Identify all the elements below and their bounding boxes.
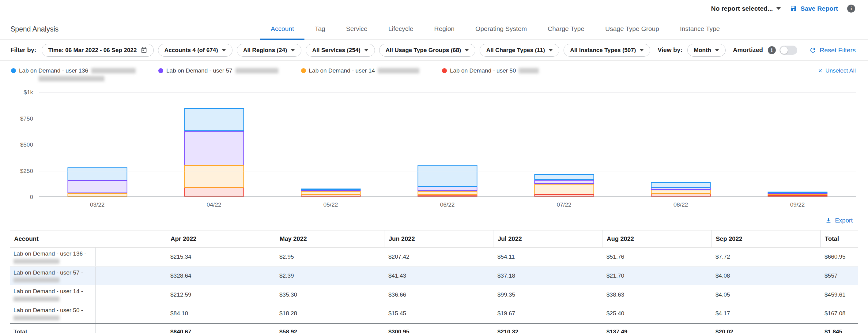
bar-segment-lab-on-demand-user-50[interactable]	[768, 195, 827, 197]
filter-pill-time[interactable]: Time: 06 Mar 2022 - 06 Sep 2022	[42, 44, 153, 57]
bar-group-08-22[interactable]	[622, 93, 739, 197]
legend-label: Lab on Demand - user 136	[19, 67, 88, 74]
page-title: Spend Analysis	[10, 25, 59, 33]
save-report-button[interactable]: Save Report	[790, 5, 838, 12]
bar-segment-lab-on-demand-user-14[interactable]	[651, 190, 711, 194]
chart-bars	[39, 93, 856, 197]
filter-pill-instance-types[interactable]: All Instance Types (507)	[563, 44, 650, 57]
info-icon[interactable]: i	[768, 46, 776, 54]
tab-lifecycle[interactable]: Lifecycle	[378, 25, 424, 40]
bar-segment-lab-on-demand-user-57[interactable]	[417, 187, 477, 191]
legend-item-lab-on-demand-user-136[interactable]: Lab on Demand - user 136	[11, 67, 136, 81]
bar-segment-lab-on-demand-user-136[interactable]	[534, 174, 594, 180]
column-header-aug-2022[interactable]: Aug 2022	[602, 230, 711, 247]
header-spacer	[96, 230, 166, 247]
tab-usage-type-group[interactable]: Usage Type Group	[595, 25, 670, 40]
bar-segment-lab-on-demand-user-50[interactable]	[651, 194, 711, 197]
value-cell: $4.17	[711, 304, 820, 323]
legend-line: Lab on Demand - user 50	[442, 67, 539, 74]
column-header-sep-2022[interactable]: Sep 2022	[711, 230, 820, 247]
report-selector-dropdown[interactable]: No report selected...	[711, 5, 781, 12]
unselect-all-label: Unselect All	[826, 67, 856, 74]
bar-segment-lab-on-demand-user-57[interactable]	[534, 180, 594, 184]
stacked-bar	[67, 167, 127, 197]
bar-segment-lab-on-demand-user-57[interactable]	[651, 188, 711, 190]
filter-pill-accounts[interactable]: Accounts 4 (of 674)	[158, 44, 232, 57]
refresh-icon	[809, 46, 816, 54]
tab-tag[interactable]: Tag	[305, 25, 336, 40]
tab-service[interactable]: Service	[336, 25, 378, 40]
tab-instance-type[interactable]: Instance Type	[670, 25, 730, 40]
column-header-apr-2022[interactable]: Apr 2022	[166, 230, 275, 247]
column-header-jul-2022[interactable]: Jul 2022	[493, 230, 602, 247]
reset-filters-button[interactable]: Reset Filters	[809, 46, 856, 54]
table-row[interactable]: Lab on Demand - user 136 -$215.34$2.95$2…	[10, 247, 858, 267]
bar-segment-lab-on-demand-user-136[interactable]	[67, 167, 127, 180]
bar-segment-lab-on-demand-user-57[interactable]	[67, 180, 127, 193]
y-tick-label: $250	[10, 168, 33, 174]
bar-segment-lab-on-demand-user-14[interactable]	[301, 191, 361, 195]
amortized-toggle[interactable]	[779, 45, 797, 55]
bar-segment-lab-on-demand-user-14[interactable]	[417, 191, 477, 195]
filter-pill-services[interactable]: All Services (254)	[306, 44, 375, 57]
bar-segment-lab-on-demand-user-50[interactable]	[301, 195, 361, 197]
y-axis-labels: $1k$750$500$2500	[10, 93, 36, 197]
bar-segment-lab-on-demand-user-50[interactable]	[417, 195, 477, 197]
filter-pill-regions[interactable]: All Regions (24)	[237, 44, 302, 57]
account-name: Lab on Demand - user 14 -	[13, 288, 92, 295]
table-row[interactable]: Lab on Demand - user 50 -$84.10$18.28$15…	[10, 304, 858, 323]
legend-dot-icon	[442, 68, 447, 73]
unselect-all-button[interactable]: Unselect All	[817, 67, 856, 74]
total-value-cell: $20.02	[711, 324, 820, 333]
table-row[interactable]: Lab on Demand - user 57 -$328.64$2.39$41…	[10, 267, 858, 286]
tab-operating-system[interactable]: Operating System	[465, 25, 537, 40]
value-cell: $4.08	[711, 267, 820, 285]
bar-group-06-22[interactable]	[389, 93, 506, 197]
legend-item-lab-on-demand-user-50[interactable]: Lab on Demand - user 50	[442, 67, 539, 74]
value-cell: $19.67	[493, 304, 602, 323]
filter-pill-label: Time: 06 Mar 2022 - 06 Sep 2022	[48, 47, 136, 54]
save-report-label: Save Report	[800, 5, 838, 12]
row-spacer	[96, 324, 166, 333]
bar-group-07-22[interactable]	[506, 93, 622, 197]
bar-group-03-22[interactable]	[39, 93, 156, 197]
bar-segment-lab-on-demand-user-50[interactable]	[184, 188, 244, 197]
legend-label: Lab on Demand - user 50	[450, 67, 516, 74]
table-row[interactable]: Lab on Demand - user 14 -$212.59$35.30$3…	[10, 285, 858, 304]
bar-segment-lab-on-demand-user-14[interactable]	[67, 193, 127, 197]
tab-account[interactable]: Account	[260, 25, 305, 40]
bar-segment-lab-on-demand-user-136[interactable]	[184, 108, 244, 131]
view-by-dropdown[interactable]: Month	[687, 44, 725, 57]
redacted-text	[378, 68, 419, 73]
bar-segment-lab-on-demand-user-14[interactable]	[534, 184, 594, 194]
value-cell: $54.11	[493, 247, 602, 266]
tab-charge-type[interactable]: Charge Type	[537, 25, 595, 40]
column-header-may-2022[interactable]: May 2022	[275, 230, 384, 247]
column-header-account[interactable]: Account	[10, 230, 96, 247]
column-header-total[interactable]: Total	[820, 230, 858, 247]
amortized-group: Amortized i	[733, 45, 797, 55]
legend-item-lab-on-demand-user-57[interactable]: Lab on Demand - user 57	[158, 67, 278, 74]
export-button[interactable]: Export	[823, 217, 855, 224]
bar-segment-lab-on-demand-user-57[interactable]	[184, 131, 244, 165]
column-header-jun-2022[interactable]: Jun 2022	[384, 230, 493, 247]
value-cell: $660.95	[820, 247, 858, 266]
row-spacer	[96, 267, 166, 285]
tab-region[interactable]: Region	[424, 25, 465, 40]
export-icon	[825, 217, 832, 224]
bar-group-04-22[interactable]	[156, 93, 272, 197]
bar-group-05-22[interactable]	[272, 93, 389, 197]
bar-group-09-22[interactable]	[739, 93, 856, 197]
bar-segment-lab-on-demand-user-136[interactable]	[651, 182, 711, 188]
bar-segment-lab-on-demand-user-14[interactable]	[184, 165, 244, 188]
bar-segment-lab-on-demand-user-50[interactable]	[534, 194, 594, 197]
amortized-label: Amortized	[733, 46, 763, 54]
value-cell: $35.30	[275, 285, 384, 304]
bar-segment-lab-on-demand-user-136[interactable]	[417, 165, 477, 187]
filter-pill-usage-type-groups[interactable]: All Usage Type Groups (68)	[379, 44, 476, 57]
info-icon[interactable]: i	[847, 5, 855, 12]
value-cell: $328.64	[166, 267, 275, 285]
value-cell: $207.42	[384, 247, 493, 266]
legend-item-lab-on-demand-user-14[interactable]: Lab on Demand - user 14	[301, 67, 419, 74]
filter-pill-charge-types[interactable]: All Charge Types (11)	[479, 44, 559, 57]
